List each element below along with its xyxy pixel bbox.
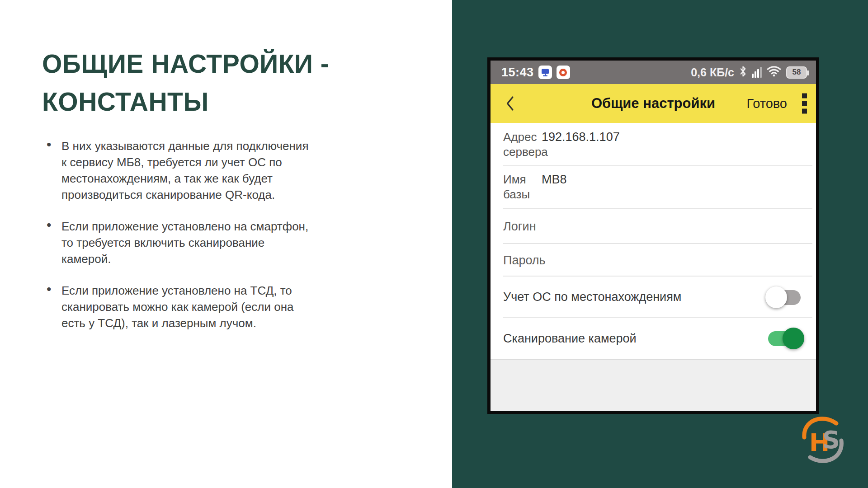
toggle-knob — [765, 286, 787, 308]
os-accounting-toggle[interactable] — [765, 286, 804, 309]
bluetooth-icon — [739, 66, 747, 79]
page-title: ОБЩИЕ НАСТРОЙКИ - КОНСТАНТЫ — [42, 45, 413, 121]
hs-logo: H S — [797, 417, 851, 464]
toggle-knob — [783, 328, 804, 349]
bullet-item: • Если приложение установлено на смартфо… — [47, 218, 372, 267]
tv-notification-icon — [538, 66, 552, 79]
camera-scanning-toggle[interactable] — [765, 327, 804, 350]
phone-screen: 15:43 0,6 КБ/с — [491, 61, 816, 411]
login-field-label: Логин — [503, 220, 536, 234]
database-name-value[interactable]: MB8 — [542, 172, 816, 187]
battery-icon: 58 — [786, 66, 807, 79]
bullet-dot: • — [47, 136, 52, 153]
bullet-text: В них указываются данные для подключения… — [61, 139, 308, 202]
status-bar-left: 15:43 — [501, 66, 570, 80]
slide-text-panel: ОБЩИЕ НАСТРОЙКИ - КОНСТАНТЫ • В них указ… — [0, 0, 452, 488]
field-label: Имя базы — [503, 172, 542, 202]
password-field-label: Пароль — [503, 253, 546, 267]
record-ring — [559, 69, 567, 76]
bullet-item: • В них указываются данные для подключен… — [47, 138, 372, 203]
field-row-login[interactable]: Логин — [491, 209, 816, 244]
clock: 15:43 — [501, 66, 534, 80]
server-address-value[interactable]: 192.168.1.107 — [542, 130, 816, 144]
app-header: Общие настройки Готово — [491, 84, 816, 123]
battery-percent: 58 — [793, 68, 801, 77]
field-row-server-address[interactable]: Адрес сервера 192.168.1.107 — [491, 123, 816, 166]
network-speed: 0,6 КБ/с — [691, 66, 734, 79]
wifi-icon — [767, 66, 781, 79]
bullet-dot: • — [47, 217, 52, 233]
bullet-dot: • — [47, 281, 52, 297]
done-button[interactable]: Готово — [746, 96, 787, 111]
toggle-row-camera-scanning: Сканирование камерой — [491, 318, 816, 359]
screen-footer-area — [491, 359, 816, 411]
overflow-menu-icon[interactable] — [800, 92, 809, 116]
field-label: Адрес сервера — [503, 130, 542, 160]
slide: ОБЩИЕ НАСТРОЙКИ - КОНСТАНТЫ • В них указ… — [0, 0, 868, 488]
field-row-database-name[interactable]: Имя базы MB8 — [491, 166, 816, 209]
cell-signal-icon — [752, 67, 762, 78]
svg-text:S: S — [822, 426, 840, 454]
record-notification-icon — [557, 66, 570, 79]
status-bar-right: 0,6 КБ/с — [691, 66, 807, 79]
toggle-label: Учет ОС по местонахождениям — [503, 290, 681, 304]
toggle-row-os-accounting: Учет ОС по местонахождениям — [491, 277, 816, 318]
bullet-item: • Если приложение установлено на ТСД, то… — [47, 282, 372, 331]
toggle-label: Сканирование камерой — [503, 332, 637, 346]
slide-image-panel: 15:43 0,6 КБ/с — [452, 0, 868, 488]
status-bar: 15:43 0,6 КБ/с — [491, 61, 816, 84]
field-row-password[interactable]: Пароль — [491, 244, 816, 277]
phone-screenshot: 15:43 0,6 КБ/с — [487, 57, 819, 414]
bullet-text: Если приложение установлено на смартфон,… — [61, 220, 308, 266]
bullet-list: • В них указываются данные для подключен… — [47, 138, 372, 347]
bullet-text: Если приложение установлено на ТСД, то с… — [61, 284, 294, 330]
